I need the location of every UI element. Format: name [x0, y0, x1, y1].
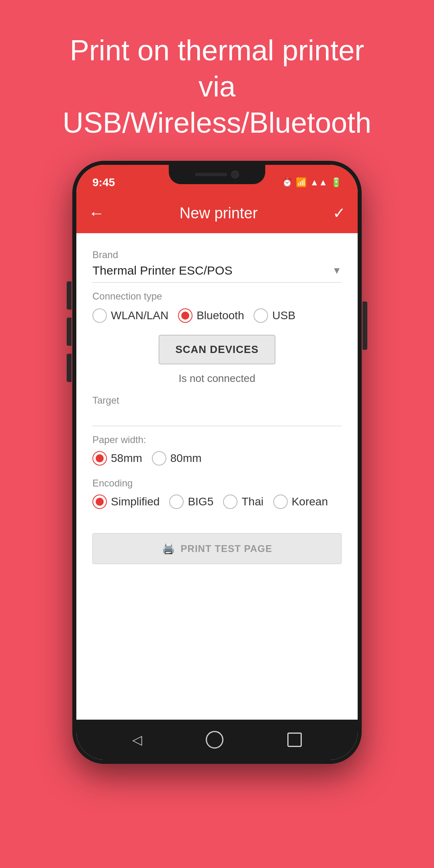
radio-bluetooth-outer[interactable] [178, 308, 192, 323]
radio-big5[interactable]: BIG5 [169, 495, 213, 509]
radio-usb[interactable]: USB [254, 308, 295, 323]
print-test-button[interactable]: 🖨️ PRINT TEST PAGE [92, 533, 342, 564]
radio-korean[interactable]: Korean [273, 495, 328, 509]
nav-home-button[interactable] [206, 731, 223, 749]
radio-58mm-inner [96, 454, 104, 462]
radio-thai-outer[interactable] [223, 495, 237, 509]
battery-icon: 🔋 [331, 177, 342, 188]
connection-type-group: WLAN/LAN Bluetooth USB [92, 308, 342, 323]
radio-58mm-label: 58mm [111, 452, 142, 465]
encoding-group: Simplified BIG5 Thai Korean [92, 495, 342, 509]
radio-simplified[interactable]: Simplified [92, 495, 160, 509]
paper-width-label: Paper width: [92, 434, 342, 445]
notch-camera [231, 170, 239, 179]
radio-58mm[interactable]: 58mm [92, 451, 142, 466]
brand-label: Brand [92, 249, 342, 261]
status-bar: 9:45 ⏰ 📶 ▲▲ 🔋 [76, 165, 358, 193]
connection-type-label: Connection type [92, 291, 342, 302]
radio-wlan[interactable]: WLAN/LAN [92, 308, 168, 323]
scan-devices-button[interactable]: SCAN DEVICES [159, 335, 275, 364]
content-area: Brand Thermal Printer ESC/POS ▼ Connecti… [76, 233, 358, 720]
radio-58mm-outer[interactable] [92, 451, 107, 466]
radio-korean-outer[interactable] [273, 495, 288, 509]
phone-shell: 9:45 ⏰ 📶 ▲▲ 🔋 ← New printer ✓ Brand Ther… [72, 161, 362, 764]
radio-bluetooth-label: Bluetooth [197, 309, 244, 322]
not-connected-status: Is not connected [92, 372, 342, 385]
app-bar: ← New printer ✓ [76, 193, 358, 233]
radio-wlan-label: WLAN/LAN [111, 309, 168, 322]
hero-text: Print on thermal printer via USB/Wireles… [0, 0, 434, 161]
notch [169, 165, 265, 184]
print-test-label: PRINT TEST PAGE [181, 543, 272, 554]
hero-line3: USB/Wireless/Bluetooth [63, 107, 371, 139]
radio-usb-outer[interactable] [254, 308, 268, 323]
page-title: New printer [180, 205, 258, 222]
target-input[interactable] [92, 410, 342, 426]
encoding-label: Encoding [92, 478, 342, 489]
dropdown-arrow-icon: ▼ [332, 265, 342, 276]
status-time: 9:45 [92, 176, 115, 189]
radio-simplified-label: Simplified [111, 495, 160, 508]
radio-80mm-label: 80mm [170, 452, 202, 465]
brand-value: Thermal Printer ESC/POS [92, 264, 332, 277]
confirm-button[interactable]: ✓ [333, 204, 346, 222]
radio-bluetooth[interactable]: Bluetooth [178, 308, 244, 323]
alarm-icon: ⏰ [282, 177, 293, 188]
target-label: Target [92, 395, 342, 406]
radio-big5-outer[interactable] [169, 495, 184, 509]
radio-simplified-outer[interactable] [92, 495, 107, 509]
radio-thai[interactable]: Thai [223, 495, 263, 509]
radio-big5-label: BIG5 [188, 495, 213, 508]
brand-dropdown[interactable]: Thermal Printer ESC/POS ▼ [92, 264, 342, 283]
nav-back-button[interactable]: ◁ [132, 732, 142, 747]
scan-devices-label: SCAN DEVICES [175, 343, 258, 356]
bottom-nav: ◁ [76, 720, 358, 760]
radio-usb-label: USB [272, 309, 295, 322]
radio-bluetooth-inner [181, 312, 189, 320]
printer-icon: 🖨️ [162, 542, 175, 555]
phone-screen: 9:45 ⏰ 📶 ▲▲ 🔋 ← New printer ✓ Brand Ther… [76, 165, 358, 760]
nav-recents-button[interactable] [287, 733, 302, 747]
signal-icon: ▲▲ [310, 177, 328, 188]
hero-line1: Print on thermal printer [70, 34, 364, 66]
status-icons: ⏰ 📶 ▲▲ 🔋 [282, 177, 342, 188]
wifi-icon: 📶 [296, 177, 307, 188]
radio-korean-label: Korean [292, 495, 328, 508]
radio-80mm[interactable]: 80mm [152, 451, 202, 466]
paper-width-group: 58mm 80mm [92, 451, 342, 466]
radio-simplified-inner [96, 498, 104, 506]
radio-wlan-outer[interactable] [92, 308, 107, 323]
radio-80mm-outer[interactable] [152, 451, 166, 466]
hero-line2: via [199, 70, 235, 103]
back-button[interactable]: ← [88, 204, 104, 222]
radio-thai-label: Thai [242, 495, 263, 508]
notch-speaker [195, 173, 227, 176]
